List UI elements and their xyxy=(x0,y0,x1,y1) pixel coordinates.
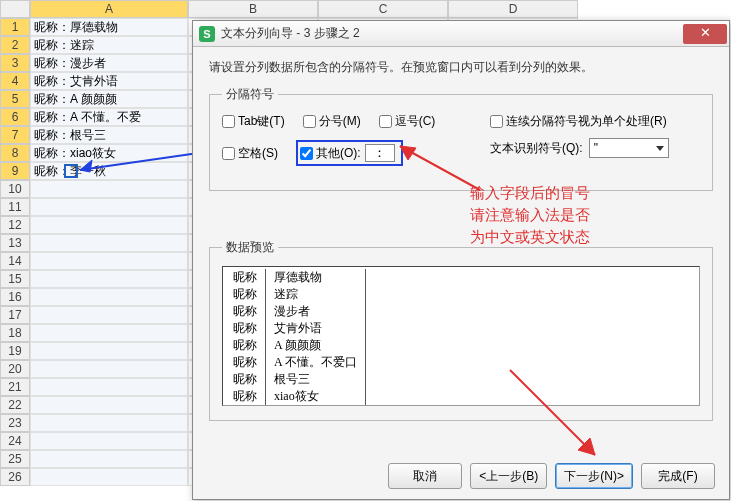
preview-cell: 昵称 xyxy=(225,371,266,388)
row-header[interactable]: 2 xyxy=(0,36,30,54)
row-header[interactable]: 20 xyxy=(0,360,30,378)
preview-cell: xiao筱女 xyxy=(266,388,366,405)
preview-cell: A 颜颜颜 xyxy=(266,337,366,354)
row-header[interactable]: 12 xyxy=(0,216,30,234)
cell[interactable] xyxy=(30,306,188,324)
dialog-title: 文本分列向导 - 3 步骤之 2 xyxy=(221,25,683,42)
preview-table: 昵称厚德载物昵称迷踪昵称漫步者昵称艾肯外语昵称A 颜颜颜昵称A 不懂。不爱口昵称… xyxy=(225,269,366,406)
cell[interactable]: 昵称：根号三 xyxy=(30,126,188,144)
cancel-button[interactable]: 取消 xyxy=(388,463,462,489)
cell[interactable] xyxy=(30,234,188,252)
row-header[interactable]: 7 xyxy=(0,126,30,144)
row-header[interactable]: 19 xyxy=(0,342,30,360)
preview-cell: 李一秋 xyxy=(266,405,366,406)
row-header[interactable]: 24 xyxy=(0,432,30,450)
qualifier-select[interactable]: " xyxy=(589,138,669,158)
col-header-B[interactable]: B xyxy=(188,0,318,18)
preview-cell: 昵称 xyxy=(225,354,266,371)
row-header[interactable]: 9 xyxy=(0,162,30,180)
row-header[interactable]: 25 xyxy=(0,450,30,468)
back-button[interactable]: <上一步(B) xyxy=(470,463,547,489)
cell[interactable] xyxy=(30,270,188,288)
cell[interactable] xyxy=(30,468,188,486)
cell[interactable] xyxy=(30,324,188,342)
cell[interactable]: 昵称：李一秋 xyxy=(30,162,188,180)
other-delimiter-input[interactable] xyxy=(365,144,395,162)
next-button[interactable]: 下一步(N)> xyxy=(555,463,633,489)
preview-cell: 昵称 xyxy=(225,286,266,303)
row-header[interactable]: 10 xyxy=(0,180,30,198)
cell[interactable]: 昵称：xiao筱女 xyxy=(30,144,188,162)
app-icon: S xyxy=(199,26,215,42)
cell[interactable] xyxy=(30,414,188,432)
row-header[interactable]: 1 xyxy=(0,18,30,36)
cell[interactable] xyxy=(30,432,188,450)
row-header[interactable]: 5 xyxy=(0,90,30,108)
comma-checkbox[interactable]: 逗号(C) xyxy=(379,113,436,130)
preview-cell: 迷踪 xyxy=(266,286,366,303)
cell[interactable]: 昵称：漫步者 xyxy=(30,54,188,72)
cell[interactable] xyxy=(30,288,188,306)
row-header[interactable]: 3 xyxy=(0,54,30,72)
text-to-columns-dialog: S 文本分列向导 - 3 步骤之 2 ✕ 请设置分列数据所包含的分隔符号。在预览… xyxy=(192,20,730,500)
row-header[interactable]: 17 xyxy=(0,306,30,324)
preview-box[interactable]: 昵称厚德载物昵称迷踪昵称漫步者昵称艾肯外语昵称A 颜颜颜昵称A 不懂。不爱口昵称… xyxy=(222,266,700,406)
cell[interactable]: 昵称：A 颜颜颜 xyxy=(30,90,188,108)
instruction-text: 请设置分列数据所包含的分隔符号。在预览窗口内可以看到分列的效果。 xyxy=(209,59,713,76)
cell[interactable]: 昵称：艾肯外语 xyxy=(30,72,188,90)
row-header[interactable]: 15 xyxy=(0,270,30,288)
row-header[interactable]: 4 xyxy=(0,72,30,90)
cell[interactable] xyxy=(30,360,188,378)
preview-fieldset: 数据预览 昵称厚德载物昵称迷踪昵称漫步者昵称艾肯外语昵称A 颜颜颜昵称A 不懂。… xyxy=(209,239,713,421)
preview-cell: 厚德载物 xyxy=(266,269,366,286)
row-header[interactable]: 8 xyxy=(0,144,30,162)
finish-button[interactable]: 完成(F) xyxy=(641,463,715,489)
preview-cell: 漫步者 xyxy=(266,303,366,320)
cell[interactable] xyxy=(30,378,188,396)
preview-cell: 昵称 xyxy=(225,405,266,406)
preview-cell: 昵称 xyxy=(225,303,266,320)
row-header[interactable]: 23 xyxy=(0,414,30,432)
cell[interactable] xyxy=(30,180,188,198)
select-all-corner[interactable] xyxy=(0,0,30,18)
cell[interactable]: 昵称：厚德载物 xyxy=(30,18,188,36)
col-header-C[interactable]: C xyxy=(318,0,448,18)
close-button[interactable]: ✕ xyxy=(683,24,727,44)
preview-cell: 昵称 xyxy=(225,269,266,286)
other-checkbox[interactable]: 其他(O): xyxy=(300,145,361,162)
tab-checkbox[interactable]: Tab键(T) xyxy=(222,113,285,130)
col-header-D[interactable]: D xyxy=(448,0,578,18)
cell[interactable]: 昵称：迷踪 xyxy=(30,36,188,54)
row-header[interactable]: 16 xyxy=(0,288,30,306)
delimiter-fieldset: 分隔符号 Tab键(T) 分号(M) 逗号(C) 空格(S) 其他(O): xyxy=(209,86,713,191)
row-header[interactable]: 22 xyxy=(0,396,30,414)
cell[interactable] xyxy=(30,252,188,270)
preview-cell: 昵称 xyxy=(225,337,266,354)
cell[interactable] xyxy=(30,396,188,414)
row-header[interactable]: 21 xyxy=(0,378,30,396)
cell[interactable] xyxy=(30,216,188,234)
preview-cell: 昵称 xyxy=(225,388,266,405)
preview-cell: 昵称 xyxy=(225,320,266,337)
titlebar: S 文本分列向导 - 3 步骤之 2 ✕ xyxy=(193,21,729,47)
cell[interactable] xyxy=(30,450,188,468)
preview-legend: 数据预览 xyxy=(222,239,278,256)
row-header[interactable]: 11 xyxy=(0,198,30,216)
chevron-down-icon xyxy=(656,146,664,151)
row-header[interactable]: 14 xyxy=(0,252,30,270)
row-header[interactable]: 13 xyxy=(0,234,30,252)
semicolon-checkbox[interactable]: 分号(M) xyxy=(303,113,361,130)
row-header[interactable]: 6 xyxy=(0,108,30,126)
row-header[interactable]: 26 xyxy=(0,468,30,486)
preview-cell: 艾肯外语 xyxy=(266,320,366,337)
cell[interactable]: 昵称：A 不懂。不爱 xyxy=(30,108,188,126)
cell[interactable] xyxy=(30,342,188,360)
cell[interactable] xyxy=(30,198,188,216)
row-header[interactable]: 18 xyxy=(0,324,30,342)
space-checkbox[interactable]: 空格(S) xyxy=(222,145,278,162)
annotation-text: 输入字段后的冒号 请注意输入法是否 为中文或英文状态 xyxy=(470,182,590,248)
consecutive-checkbox[interactable]: 连续分隔符号视为单个处理(R) xyxy=(490,113,700,130)
col-header-A[interactable]: A xyxy=(30,0,188,18)
other-highlight: 其他(O): xyxy=(296,140,403,166)
qualifier-label: 文本识别符号(Q): xyxy=(490,140,583,157)
